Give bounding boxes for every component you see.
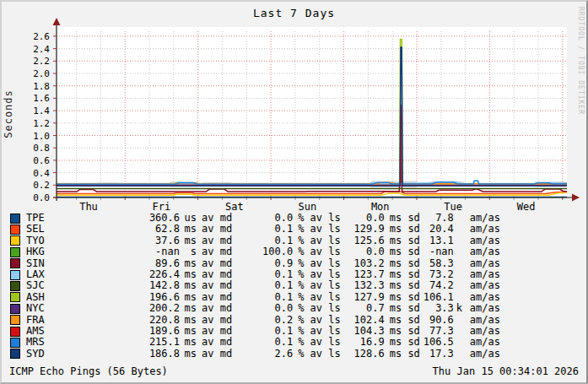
y-tick-label: 2.4 <box>33 44 50 55</box>
amas-value: 73.2 <box>422 269 454 280</box>
legend-row-syd: SYD186.8msav md2.6% av ls128.6ms sd17.3a… <box>2 349 586 360</box>
sd-value: 104.3 <box>341 326 385 337</box>
y-axis-arrow <box>53 18 61 25</box>
series-name: AMS <box>26 326 62 337</box>
loss-label: % av ls <box>298 258 341 269</box>
legend-row-sel: SEL62.8msav md0.1% av ls129.9ms sd20.4am… <box>2 224 586 235</box>
x-tick-label-wed: Wed <box>517 201 536 213</box>
sd-label: ms sd <box>390 349 420 360</box>
rrdtool-graph-panel: Last 7 Days Seconds 0.00.20.40.60.81.01.… <box>0 0 588 384</box>
loss-value: 0.0 <box>232 213 293 224</box>
loss-value: 0.1 <box>232 280 293 291</box>
loss-value: 0.9 <box>232 258 293 269</box>
median-unit: s <box>180 246 197 257</box>
amas-label: am/as <box>470 213 500 224</box>
x-tick-label-sun: Sun <box>298 201 316 213</box>
median-unit: ms <box>180 315 197 326</box>
y-tick-label: 1.4 <box>33 105 50 116</box>
loss-value: 0.1 <box>232 292 293 303</box>
y-tick-label: 1.8 <box>33 81 50 92</box>
amas-value: 20.4 <box>422 224 454 235</box>
series-name: SIN <box>26 258 62 269</box>
series-swatch <box>10 235 20 246</box>
sd-value: 129.9 <box>341 224 385 235</box>
median-value: 215.1 <box>62 337 180 348</box>
amas-label: am/as <box>470 235 500 246</box>
sd-label: ms sd <box>390 280 420 291</box>
sd-label: ms sd <box>390 303 420 314</box>
median-value: 226.4 <box>62 269 180 280</box>
y-tick-label: 0.2 <box>33 180 50 191</box>
legend-row-ams: AMS189.6msav md0.1% av ls104.3ms sd77.3a… <box>2 326 586 337</box>
y-tick-label: 0.4 <box>33 168 50 179</box>
series-swatch <box>10 304 20 314</box>
legend-row-hkg: HKG-nansav md100.0% av ls0.0ms sd-nanam/… <box>2 246 586 257</box>
amas-value: 106.1 <box>422 292 454 303</box>
sd-label: ms sd <box>390 224 420 235</box>
amas-label: am/as <box>470 269 500 280</box>
loss-label: % av ls <box>298 246 341 257</box>
median-label: av md <box>202 315 232 326</box>
median-label: av md <box>202 224 232 235</box>
loss-value: 0.1 <box>232 235 293 246</box>
median-label: av md <box>202 292 232 303</box>
loss-value: 0.1 <box>232 326 293 337</box>
loss-value: 100.0 <box>232 246 293 257</box>
loss-value: 0.1 <box>232 337 293 348</box>
amas-label: am/as <box>470 315 500 326</box>
amas-value: 90.6 <box>422 315 454 326</box>
sd-value: 123.7 <box>341 269 385 280</box>
loss-label: % av ls <box>298 235 341 246</box>
legend-row-tpe: TPE360.6usav md0.0% av ls0.0ms sd7.8am/a… <box>2 213 586 224</box>
loss-value: 2.6 <box>232 349 293 360</box>
median-value: 62.8 <box>62 224 180 235</box>
legend-row-tyo: TYO37.6msav md0.1% av ls125.6ms sd13.1am… <box>2 235 586 246</box>
series-name: SYD <box>26 349 62 360</box>
sd-label: ms sd <box>390 292 420 303</box>
median-unit: us <box>180 213 197 224</box>
sd-label: ms sd <box>390 246 420 257</box>
footer-row: ICMP Echo Pings (56 Bytes) Thu Jan 15 00… <box>2 365 586 377</box>
median-label: av md <box>202 337 232 348</box>
amas-value: 77.3 <box>422 326 454 337</box>
x-axis-arrow <box>572 194 580 202</box>
legend-row-sin: SIN89.6msav md0.9% av ls103.2ms sd58.3am… <box>2 258 586 269</box>
sd-label: ms sd <box>390 337 420 348</box>
series-swatch <box>10 349 20 359</box>
loss-value: 0.1 <box>232 224 293 235</box>
loss-value: 0.2 <box>232 315 293 326</box>
sd-label: ms sd <box>390 269 420 280</box>
median-label: av md <box>202 258 232 269</box>
sd-value: 103.2 <box>341 258 385 269</box>
x-tick-label-mon: Mon <box>371 201 390 213</box>
series-swatch <box>10 258 20 268</box>
median-label: av md <box>202 235 232 246</box>
median-label: av md <box>202 280 232 291</box>
amas-value: 106.5 <box>422 337 454 348</box>
x-tick-label-tue: Tue <box>444 201 462 213</box>
legend-table: TPE360.6usav md0.0% av ls0.0ms sd7.8am/a… <box>2 213 586 360</box>
series-name: SJC <box>26 280 62 291</box>
x-tick-label-thu: Thu <box>79 201 98 213</box>
y-tick-label: 2.2 <box>33 56 50 67</box>
median-label: av md <box>202 269 232 280</box>
amas-value: 7.8 <box>422 213 454 224</box>
loss-value: 0.0 <box>232 303 293 314</box>
legend-row-lax: LAX226.4msav md0.1% av ls123.7ms sd73.2a… <box>2 269 586 280</box>
median-unit: ms <box>180 337 197 348</box>
series-name: SEL <box>26 224 62 235</box>
median-value: 89.6 <box>62 258 180 269</box>
sd-label: ms sd <box>390 235 420 246</box>
sd-label: ms sd <box>390 326 420 337</box>
amas-label: am/as <box>470 326 500 337</box>
y-tick-label: 0.6 <box>33 155 50 166</box>
y-tick-label: 1.2 <box>33 118 50 129</box>
loss-label: % av ls <box>298 315 341 326</box>
median-value: 196.6 <box>62 292 180 303</box>
series-name: HKG <box>26 246 62 257</box>
median-value: 37.6 <box>62 235 180 246</box>
median-unit: ms <box>180 292 197 303</box>
median-value: 186.8 <box>62 349 180 360</box>
amas-value: 17.3 <box>422 349 454 360</box>
legend-row-nyc: NYC200.2msav md0.0% av ls0.7ms sd3.3kam/… <box>2 303 586 314</box>
